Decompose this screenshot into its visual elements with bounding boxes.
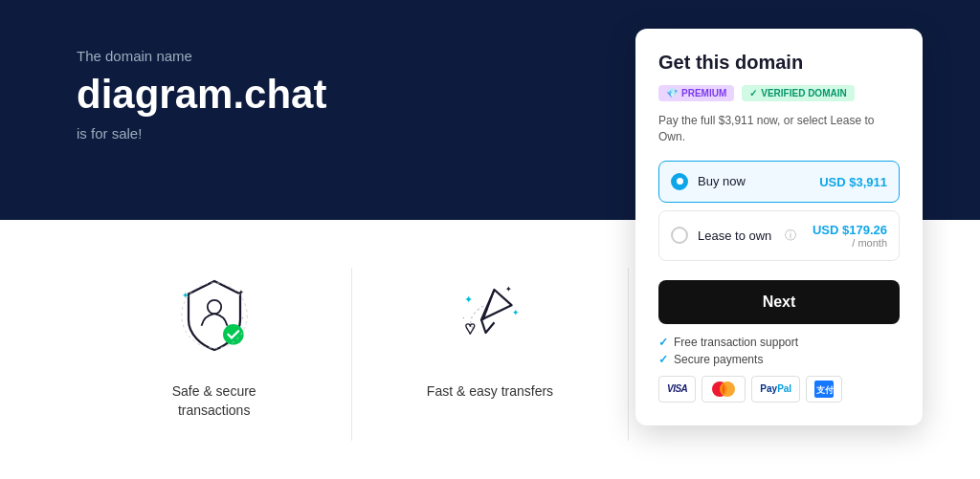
paypal-logo: PayPal — [751, 376, 800, 403]
svg-text:支付: 支付 — [816, 385, 834, 395]
lease-own-left: Lease to own ⓘ — [671, 227, 796, 244]
transfer-icon: ✦ ✦ ✦ · — [447, 272, 533, 359]
secure-label: Safe & securetransactions — [172, 382, 256, 420]
svg-point-1 — [720, 381, 735, 397]
card-title: Get this domain — [658, 52, 900, 74]
buy-now-left: Buy now — [671, 173, 746, 190]
payment-icons: VISA PayPal 支付 — [658, 376, 900, 403]
svg-text:✦: ✦ — [505, 285, 512, 294]
badges: 💎 PREMIUM ✓ VERIFIED DOMAIN — [658, 85, 900, 101]
feature-row-1: ✓ Free transaction support — [658, 336, 900, 349]
secure-icon-area: ✦ ✦ · — [167, 268, 262, 363]
radio-inner — [677, 178, 683, 185]
lease-own-period: / month — [813, 237, 887, 249]
page-wrapper: The domain name diagram.chat is for sale… — [0, 0, 980, 479]
badge-verified: ✓ VERIFIED DOMAIN — [742, 85, 854, 101]
visa-logo: VISA — [658, 376, 696, 403]
lease-own-amount: USD $179.26 — [813, 223, 887, 237]
mastercard-logo — [702, 376, 746, 403]
card-description: Pay the full $3,911 now, or select Lease… — [658, 113, 900, 145]
svg-point-4 — [207, 300, 220, 314]
buy-now-amount: USD $3,911 — [819, 175, 887, 189]
gem-icon: 💎 — [666, 88, 678, 98]
check-icon-2: ✓ — [658, 353, 668, 366]
svg-text:✦: ✦ — [464, 294, 473, 305]
check-circle-icon: ✓ — [749, 88, 757, 98]
feature-transfer: ✦ ✦ ✦ · Fast & easy transfers — [352, 268, 628, 441]
next-button[interactable]: Next — [658, 280, 900, 324]
check-icon-1: ✓ — [658, 336, 668, 349]
lease-own-price: USD $179.26 / month — [813, 223, 887, 249]
badge-premium: 💎 PREMIUM — [658, 85, 734, 101]
purchase-card: Get this domain 💎 PREMIUM ✓ VERIFIED DOM… — [635, 29, 923, 425]
card-footer: ✓ Free transaction support ✓ Secure paym… — [658, 336, 900, 403]
feature-row-2: ✓ Secure payments — [658, 353, 900, 366]
svg-text:✦: ✦ — [181, 291, 189, 300]
buy-now-option[interactable]: Buy now USD $3,911 — [658, 161, 900, 203]
feature-secure: ✦ ✦ · Safe & securetransactions — [77, 268, 352, 441]
svg-text:✦: ✦ — [511, 308, 519, 317]
top-section: The domain name diagram.chat is for sale… — [0, 0, 980, 220]
buy-now-price: USD $3,911 — [819, 173, 887, 190]
feature-text-1: Free transaction support — [674, 336, 798, 349]
svg-text:·: · — [241, 314, 243, 322]
lease-own-option[interactable]: Lease to own ⓘ USD $179.26 / month — [658, 210, 900, 261]
feature-text-2: Secure payments — [674, 353, 763, 366]
lease-own-label: Lease to own — [698, 229, 771, 243]
secure-icon: ✦ ✦ · — [171, 272, 257, 359]
lease-own-radio[interactable] — [671, 227, 688, 244]
transfer-icon-area: ✦ ✦ ✦ · — [442, 268, 538, 363]
transfer-label: Fast & easy transfers — [427, 382, 553, 402]
buy-now-radio[interactable] — [671, 173, 688, 190]
svg-text:·: · — [462, 314, 464, 322]
buy-now-label: Buy now — [698, 174, 746, 188]
info-icon[interactable]: ⓘ — [785, 228, 796, 244]
alipay-logo: 支付 — [806, 376, 842, 403]
